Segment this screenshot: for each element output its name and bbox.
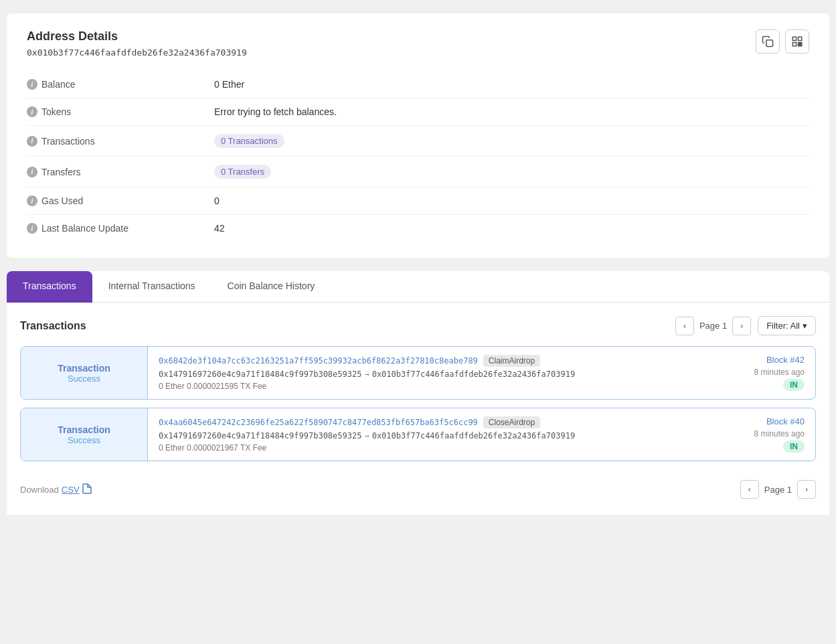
tx-hash-row-1: 0x6842de3f104a7cc63c2163251a7ff595c39932… bbox=[159, 355, 704, 367]
address-info: Address Details 0x010b3f77c446faafdfdeb2… bbox=[27, 29, 247, 58]
tab-coin-balance-history[interactable]: Coin Balance History bbox=[212, 271, 331, 303]
transfers-badge-value: 0 Transfers bbox=[214, 165, 271, 179]
tokens-label: i Tokens bbox=[27, 106, 214, 117]
transactions-row: i Transactions 0 Transactions bbox=[27, 126, 809, 157]
balance-label: i Balance bbox=[27, 79, 214, 90]
transaction-row-2: Transaction Success 0x4aa6045e647242c236… bbox=[20, 408, 816, 461]
top-page-nav: ‹ Page 1 › bbox=[675, 317, 751, 335]
tx-arrow-1: → bbox=[364, 370, 369, 379]
transfers-row: i Transfers 0 Transfers bbox=[27, 157, 809, 187]
tx-time-2: 8 minutes ago bbox=[754, 429, 805, 438]
tx-details-2: 0x4aa6045e647242c23696fe25a622f5890747c8… bbox=[148, 408, 715, 461]
filter-controls: ‹ Page 1 › Filter: All ▾ bbox=[675, 316, 816, 335]
balance-value: 0 Ether bbox=[214, 79, 244, 90]
top-next-page-btn[interactable]: › bbox=[732, 317, 751, 335]
address-card-header: Address Details 0x010b3f77c446faafdfdeb2… bbox=[27, 29, 809, 58]
last-balance-row: i Last Balance Update 42 bbox=[27, 215, 809, 242]
tx-details-1: 0x6842de3f104a7cc63c2163251a7ff595c39932… bbox=[148, 347, 715, 399]
transactions-section: Transactions ‹ Page 1 › Filter: All ▾ bbox=[7, 303, 829, 515]
transactions-header: Transactions ‹ Page 1 › Filter: All ▾ bbox=[20, 316, 816, 335]
filter-label: Filter: All bbox=[766, 321, 800, 331]
tx-status-sub-2: Success bbox=[68, 435, 100, 445]
tx-arrow-2: → bbox=[364, 431, 369, 440]
page-wrapper: Address Details 0x010b3f77c446faafdfdeb2… bbox=[0, 0, 836, 528]
svg-rect-3 bbox=[792, 43, 796, 46]
tx-time-1: 8 minutes ago bbox=[754, 368, 805, 377]
gas-used-row: i Gas Used 0 bbox=[27, 187, 809, 215]
tx-meta-2: Block #40 8 minutes ago IN bbox=[715, 408, 815, 461]
svg-rect-2 bbox=[799, 37, 802, 40]
tab-transactions[interactable]: Transactions bbox=[7, 271, 92, 303]
tx-address-row-2: 0x14791697260e4c9a71f18484c9f997b308e593… bbox=[159, 431, 704, 440]
tx-block-1[interactable]: Block #42 bbox=[766, 355, 805, 365]
svg-rect-6 bbox=[799, 45, 800, 46]
transactions-section-title: Transactions bbox=[20, 320, 86, 332]
tx-hash-2[interactable]: 0x4aa6045e647242c23696fe25a622f5890747c8… bbox=[159, 418, 478, 427]
tx-fee-row-2: 0 Ether 0.0000021967 TX Fee bbox=[159, 443, 704, 453]
qr-button[interactable] bbox=[785, 29, 809, 54]
svg-rect-5 bbox=[801, 45, 802, 46]
gas-used-label: i Gas Used bbox=[27, 195, 214, 206]
tx-status-title-2: Transaction bbox=[58, 424, 110, 435]
transactions-badge-value: 0 Transactions bbox=[214, 134, 284, 148]
tx-from-2[interactable]: 0x14791697260e4c9a71f18484c9f997b308e593… bbox=[159, 431, 361, 440]
tx-from-1[interactable]: 0x14791697260e4c9a71f18484c9f997b308e593… bbox=[159, 370, 361, 379]
tx-status-title-1: Transaction bbox=[58, 363, 110, 374]
tx-hash-1[interactable]: 0x6842de3f104a7cc63c2163251a7ff595c39932… bbox=[159, 356, 478, 366]
tokens-row: i Tokens Error trying to fetch balances. bbox=[27, 98, 809, 126]
balance-row: i Balance 0 Ether bbox=[27, 71, 809, 98]
bottom-page-nav: ‹ Page 1 › bbox=[740, 480, 816, 499]
svg-rect-1 bbox=[792, 37, 796, 40]
transactions-label: i Transactions bbox=[27, 136, 214, 147]
transactions-info-icon: i bbox=[27, 136, 37, 147]
csv-icon bbox=[82, 483, 92, 496]
csv-download-text: CSV bbox=[62, 485, 80, 495]
bottom-page-label: Page 1 bbox=[764, 485, 792, 495]
tab-internal-transactions[interactable]: Internal Transactions bbox=[92, 271, 212, 303]
tx-to-2[interactable]: 0x010b3f77c446faafdfdeb26fe32a2436fa7039… bbox=[372, 431, 575, 440]
tx-status-box-2: Transaction Success bbox=[21, 408, 148, 461]
tx-fee-row-1: 0 Ether 0.0000021595 TX Fee bbox=[159, 382, 704, 391]
last-balance-info-icon: i bbox=[27, 223, 37, 234]
gas-used-value: 0 bbox=[214, 195, 220, 206]
top-prev-page-btn[interactable]: ‹ bbox=[675, 317, 694, 335]
transactions-badge[interactable]: 0 Transactions bbox=[214, 134, 284, 148]
tx-address-row-1: 0x14791697260e4c9a71f18484c9f997b308e593… bbox=[159, 370, 704, 379]
tokens-info-icon: i bbox=[27, 106, 37, 117]
last-balance-label: i Last Balance Update bbox=[27, 223, 214, 234]
icon-buttons bbox=[756, 29, 809, 54]
top-page-label: Page 1 bbox=[699, 321, 727, 331]
tx-meta-1: Block #42 8 minutes ago IN bbox=[715, 347, 815, 399]
tx-direction-2: IN bbox=[783, 440, 805, 453]
bottom-next-page-btn[interactable]: › bbox=[797, 480, 816, 499]
transfers-badge[interactable]: 0 Transfers bbox=[214, 165, 271, 179]
svg-rect-4 bbox=[799, 43, 800, 44]
filter-chevron-icon: ▾ bbox=[803, 321, 807, 331]
tx-method-1: ClaimAirdrop bbox=[483, 355, 540, 367]
tx-status-sub-1: Success bbox=[68, 374, 100, 384]
svg-rect-7 bbox=[801, 43, 802, 44]
balance-info-icon: i bbox=[27, 79, 37, 90]
transfers-label: i Transfers bbox=[27, 167, 214, 177]
tx-direction-1: IN bbox=[783, 379, 805, 391]
tx-to-1[interactable]: 0x010b3f77c446faafdfdeb26fe32a2436fa7039… bbox=[372, 370, 575, 379]
gas-used-info-icon: i bbox=[27, 195, 37, 206]
filter-dropdown[interactable]: Filter: All ▾ bbox=[758, 316, 816, 335]
bottom-bar: Download CSV ‹ Page 1 › bbox=[20, 469, 816, 501]
csv-download[interactable]: Download CSV bbox=[20, 483, 92, 496]
tabs-container: Transactions Internal Transactions Coin … bbox=[7, 271, 829, 515]
transfers-info-icon: i bbox=[27, 167, 37, 177]
tx-hash-row-2: 0x4aa6045e647242c23696fe25a622f5890747c8… bbox=[159, 416, 704, 428]
tx-status-box-1: Transaction Success bbox=[21, 347, 148, 399]
tx-method-2: CloseAirdrop bbox=[483, 416, 540, 428]
copy-button[interactable] bbox=[756, 29, 780, 54]
address-card: Address Details 0x010b3f77c446faafdfdeb2… bbox=[7, 13, 829, 258]
address-title: Address Details bbox=[27, 29, 247, 44]
address-hash: 0x010b3f77c446faafdfdeb26fe32a2436fa7039… bbox=[27, 48, 247, 58]
tx-block-2[interactable]: Block #40 bbox=[766, 416, 805, 426]
tabs: Transactions Internal Transactions Coin … bbox=[7, 271, 829, 303]
last-balance-value: 42 bbox=[214, 223, 225, 234]
svg-rect-0 bbox=[766, 40, 773, 47]
bottom-prev-page-btn[interactable]: ‹ bbox=[740, 480, 759, 499]
csv-download-label: Download bbox=[20, 485, 59, 495]
